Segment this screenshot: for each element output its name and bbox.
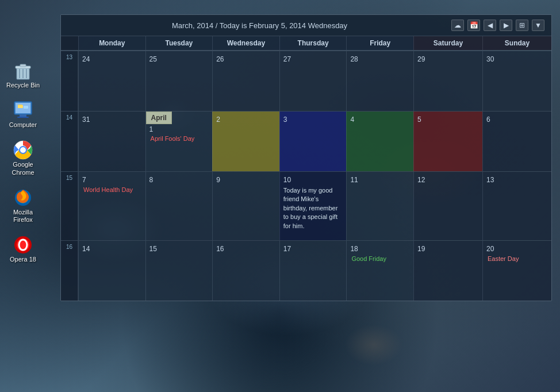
cell-apr13[interactable]: 13: [482, 172, 551, 240]
svg-rect-12: [24, 106, 28, 109]
week-15: 15: [61, 172, 78, 240]
header-controls: ☁ 📅 ◀ ▶ ⊞ ▼: [451, 20, 544, 31]
cell-apr3[interactable]: 3: [279, 112, 347, 171]
expand-button[interactable]: ⊞: [516, 20, 528, 31]
chrome-graphic: [12, 139, 34, 161]
cell-apr19[interactable]: 19: [413, 241, 482, 301]
week-16: 16: [61, 241, 78, 301]
thursday-header: Thursday: [279, 36, 347, 50]
wednesday-header: Wednesday: [212, 36, 279, 50]
cell-apr18[interactable]: 18 Good Friday: [346, 241, 413, 301]
event-world-health: World Health Day: [82, 186, 142, 194]
day-headers-row: Monday Tuesday Wednesday Thursday Friday…: [61, 36, 551, 51]
recycle-bin-icon[interactable]: Recycle Bin: [3, 57, 43, 91]
calendar-row-16: 16 14 15 16 17 18 Good Friday 19 20 East…: [61, 240, 551, 301]
chrome-label: Google Chrome: [5, 161, 41, 176]
cell-apr16[interactable]: 16: [212, 241, 279, 301]
cell-apr9[interactable]: 9: [212, 172, 279, 240]
cell-mar1-sat[interactable]: 29: [413, 51, 482, 111]
week-num-header-cell: [61, 36, 78, 50]
event-good-friday: Good Friday: [350, 255, 410, 263]
desktop-icons: Recycle Bin Computer: [0, 57, 46, 266]
saturday-header: Saturday: [413, 36, 482, 50]
cell-apr17[interactable]: 17: [279, 241, 347, 301]
google-chrome-icon[interactable]: Google Chrome: [3, 137, 43, 178]
cell-mar2-sun[interactable]: 30: [482, 51, 551, 111]
calendar-title: March, 2014 / Today is February 5, 2014 …: [68, 21, 451, 30]
cell-apr12[interactable]: 12: [413, 172, 482, 240]
svg-rect-7: [16, 103, 30, 113]
svg-rect-9: [17, 117, 29, 118]
calendar-button[interactable]: 📅: [467, 20, 480, 31]
april-month-label: April: [146, 112, 172, 124]
cell-feb24[interactable]: 24: [78, 51, 145, 111]
svg-rect-8: [20, 114, 26, 117]
opera-label: Opera 18: [10, 256, 36, 263]
cell-apr5[interactable]: 5: [413, 112, 482, 171]
cell-feb28[interactable]: 28: [346, 51, 413, 111]
opera-graphic: [12, 234, 34, 256]
computer-graphic: [12, 99, 34, 121]
cell-apr2[interactable]: 2: [212, 112, 279, 171]
cell-apr1[interactable]: April 1 April Fools' Day: [145, 112, 213, 171]
back-button[interactable]: ◀: [484, 20, 496, 31]
recycle-bin-label: Recycle Bin: [6, 82, 40, 89]
tuesday-header: Tuesday: [145, 36, 213, 50]
cell-apr7[interactable]: 7 World Health Day: [78, 172, 145, 240]
friday-header: Friday: [346, 36, 413, 50]
opera-icon[interactable]: Opera 18: [3, 232, 43, 266]
calendar-row-14: 14 31 April 1 April Fools' Day 2 3 4 5 6: [61, 111, 551, 171]
cell-apr11[interactable]: 11: [346, 172, 413, 240]
mozilla-firefox-icon[interactable]: Mozilla Firefox: [3, 185, 43, 226]
cell-apr15[interactable]: 15: [145, 241, 213, 301]
svg-rect-11: [18, 105, 23, 108]
computer-label: Computer: [9, 121, 37, 129]
svg-rect-2: [20, 64, 26, 67]
cell-apr10[interactable]: 10 Today is my good friend Mike's birthd…: [279, 172, 347, 240]
monday-header: Monday: [78, 36, 145, 50]
menu-button[interactable]: ▼: [532, 20, 544, 31]
week-14: 14: [61, 112, 78, 171]
calendar-row-13: 13 24 25 26 27 28 29 30: [61, 51, 551, 111]
computer-icon[interactable]: Computer: [3, 97, 43, 131]
sunday-header: Sunday: [482, 36, 551, 50]
event-april-fools: April Fools' Day: [149, 134, 209, 143]
calendar-widget: March, 2014 / Today is February 5, 2014 …: [60, 14, 552, 301]
cell-apr4[interactable]: 4: [346, 112, 413, 171]
cell-apr6[interactable]: 6: [482, 112, 551, 171]
cell-mar31[interactable]: 31: [78, 112, 145, 171]
calendar-row-15: 15 7 World Health Day 8 9 10 Today is my…: [61, 171, 551, 240]
svg-point-15: [20, 147, 26, 153]
cell-apr20[interactable]: 20 Easter Day: [482, 241, 551, 301]
week-13: 13: [61, 51, 78, 111]
calendar-grid: 13 24 25 26 27 28 29 30 14 31 April 1 Ap…: [61, 51, 551, 301]
firefox-graphic: [12, 187, 34, 209]
cloud-button[interactable]: ☁: [451, 20, 464, 31]
cell-apr8[interactable]: 8: [145, 172, 213, 240]
calendar-header: March, 2014 / Today is February 5, 2014 …: [61, 15, 551, 36]
recycle-bin-graphic: [12, 60, 34, 82]
event-mike-birthday: Today is my good friend Mike's birthday,…: [283, 186, 343, 230]
cell-feb25[interactable]: 25: [145, 51, 213, 111]
event-easter: Easter Day: [486, 255, 548, 263]
firefox-label: Mozilla Firefox: [5, 209, 41, 224]
cell-apr14[interactable]: 14: [78, 241, 145, 301]
cell-feb26[interactable]: 26: [212, 51, 279, 111]
cell-feb27[interactable]: 27: [279, 51, 347, 111]
forward-button[interactable]: ▶: [500, 20, 512, 31]
